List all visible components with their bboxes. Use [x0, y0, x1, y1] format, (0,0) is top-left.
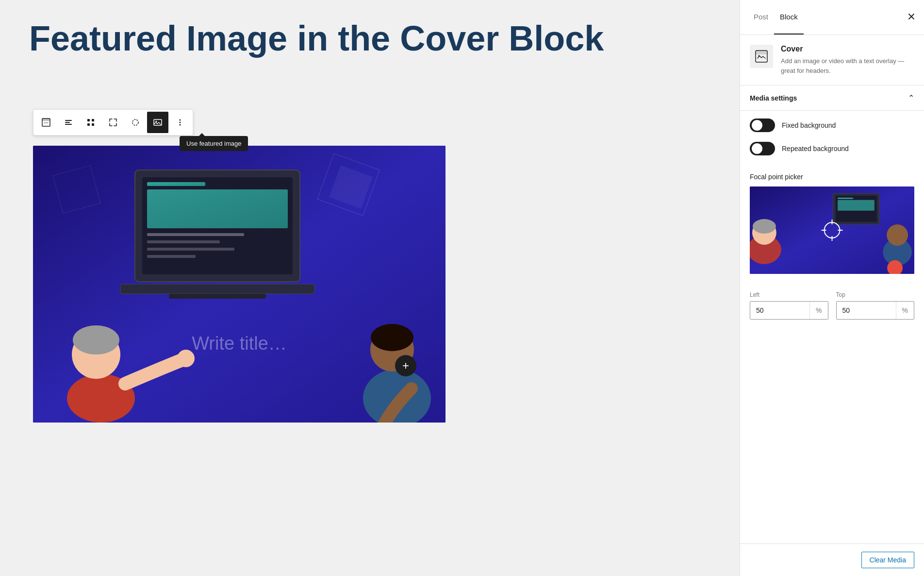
select-button[interactable]: [125, 112, 146, 133]
svg-text:Write title…: Write title…: [192, 333, 287, 354]
repeated-background-toggle[interactable]: [750, 142, 775, 155]
left-coord-input-wrap: %: [750, 301, 828, 320]
svg-rect-29: [169, 294, 266, 299]
svg-rect-48: [838, 200, 874, 211]
coordinates-row: Left % Top %: [740, 284, 924, 327]
post-title[interactable]: Featured Image in the Cover Block: [29, 19, 710, 58]
focal-point-section: Focal point picker: [740, 173, 924, 284]
align-button[interactable]: [58, 112, 79, 133]
toolbar-tooltip: Use featured image: [180, 136, 248, 151]
fullscreen-icon: [108, 118, 118, 127]
svg-point-10: [132, 119, 138, 125]
media-settings-section: Media settings ⌃ Fixed background Repeat…: [740, 85, 924, 327]
tab-post[interactable]: Post: [748, 0, 774, 34]
fullscreen-button[interactable]: [102, 112, 124, 133]
fixed-background-toggle[interactable]: [750, 119, 775, 132]
add-block-button[interactable]: +: [395, 355, 416, 376]
svg-rect-28: [120, 284, 314, 294]
svg-point-13: [180, 119, 181, 121]
focal-point-thumbnail: [750, 186, 914, 274]
svg-point-51: [753, 219, 776, 234]
block-info: Cover Add an image or video with a text …: [740, 35, 924, 85]
repeated-background-label: Repeated background: [782, 145, 849, 152]
focal-point-label: Focal point picker: [750, 173, 914, 181]
more-options-button[interactable]: [169, 112, 191, 133]
featured-image-icon: [153, 118, 163, 127]
svg-rect-7: [92, 119, 94, 121]
svg-point-32: [73, 325, 119, 355]
align-icon: [64, 118, 73, 127]
svg-point-12: [156, 121, 157, 122]
svg-point-36: [371, 324, 413, 351]
cover-image: Write title…: [33, 146, 446, 423]
cover-block-icon-button[interactable]: [35, 112, 57, 133]
svg-rect-27: [147, 255, 196, 258]
top-coord-input[interactable]: [837, 302, 896, 319]
svg-rect-2: [44, 122, 49, 123]
svg-rect-3: [65, 120, 72, 121]
sidebar-close-button[interactable]: [907, 12, 916, 23]
editor-area: Featured Image in the Cover Block: [0, 0, 740, 576]
top-coord-label: Top: [836, 291, 915, 298]
cover-illustration: Write title…: [33, 146, 446, 423]
svg-rect-22: [147, 182, 205, 186]
focal-point-image[interactable]: [750, 186, 914, 274]
block-icon: [750, 45, 773, 68]
cover-block-icon: [755, 50, 768, 63]
cover-toolbar-icon: [41, 118, 51, 127]
svg-rect-9: [92, 123, 94, 126]
svg-rect-1: [42, 119, 50, 121]
close-icon: [907, 12, 916, 21]
chevron-up-icon: ⌃: [908, 93, 914, 102]
fixed-background-label: Fixed background: [782, 121, 836, 129]
block-toolbar: [33, 109, 193, 136]
left-coord-unit: %: [809, 302, 827, 319]
left-coord-group: Left %: [750, 291, 828, 320]
clear-media-button[interactable]: Clear Media: [861, 552, 914, 568]
media-settings-label: Media settings: [750, 94, 797, 102]
block-description: Add an image or video with a text overla…: [781, 56, 914, 75]
cover-block[interactable]: Write title… +: [33, 146, 446, 423]
top-coord-input-wrap: %: [836, 301, 915, 320]
svg-point-14: [180, 122, 181, 123]
svg-rect-4: [65, 122, 70, 123]
sidebar-header: Post Block: [740, 0, 924, 35]
grid-icon: [86, 118, 96, 127]
svg-point-43: [758, 55, 760, 57]
left-coord-label: Left: [750, 291, 828, 298]
svg-rect-24: [147, 233, 244, 236]
block-title: Cover: [781, 45, 914, 53]
svg-rect-23: [147, 189, 288, 228]
svg-rect-5: [65, 124, 72, 125]
repeated-background-row: Repeated background: [750, 142, 914, 155]
select-icon: [131, 118, 140, 127]
media-settings-header[interactable]: Media settings ⌃: [740, 85, 924, 111]
svg-rect-6: [87, 119, 90, 121]
tab-block[interactable]: Block: [774, 0, 804, 34]
svg-rect-42: [756, 51, 767, 54]
svg-rect-47: [838, 198, 853, 199]
grid-button[interactable]: [80, 112, 101, 133]
sidebar: Post Block Cover Add an image or video w…: [740, 0, 924, 576]
featured-image-button[interactable]: [147, 112, 168, 133]
svg-point-15: [180, 124, 181, 126]
left-coord-input[interactable]: [750, 302, 809, 319]
fixed-background-row: Fixed background: [750, 119, 914, 132]
svg-rect-26: [147, 248, 234, 251]
top-coord-group: Top %: [836, 291, 915, 320]
more-options-icon: [175, 118, 185, 127]
media-settings-content: Fixed background Repeated background: [740, 111, 924, 173]
svg-rect-8: [87, 123, 90, 126]
block-info-text: Cover Add an image or video with a text …: [781, 45, 914, 75]
svg-rect-25: [147, 240, 220, 243]
svg-point-53: [887, 224, 908, 246]
clear-media-section: Clear Media: [740, 543, 924, 576]
top-coord-unit: %: [896, 302, 914, 319]
